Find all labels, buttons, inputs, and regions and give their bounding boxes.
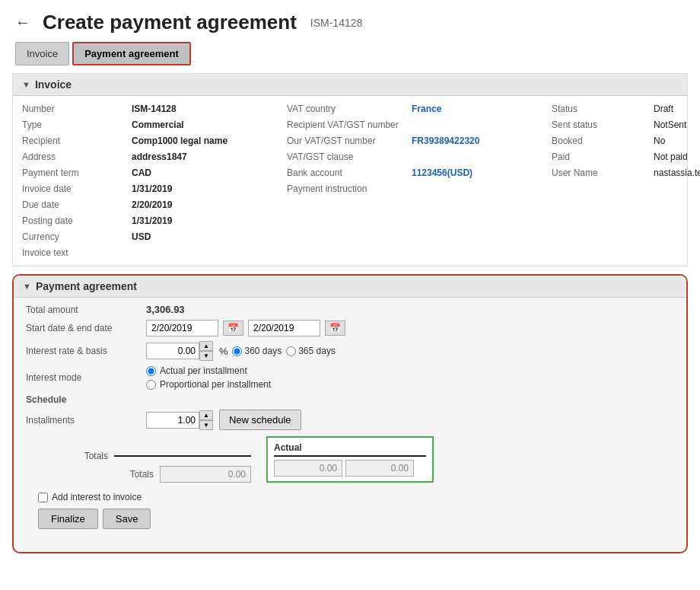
add-interest-label[interactable]: Add interest to invoice xyxy=(38,492,142,502)
interest-rate-input[interactable] xyxy=(146,343,199,359)
bottom-bar: Add interest to invoice xyxy=(26,486,674,509)
actual-box: Actual xyxy=(266,436,434,483)
installments-down[interactable]: ▼ xyxy=(199,420,213,430)
interest-down[interactable]: ▼ xyxy=(199,351,213,361)
totals-label-row: Totals xyxy=(38,451,251,461)
invoice-section-title: Invoice xyxy=(35,78,72,91)
back-button[interactable]: ← xyxy=(12,14,33,31)
collapse-arrow[interactable]: ▼ xyxy=(22,80,30,89)
due-date-value: 2/20/2019 xyxy=(132,198,284,212)
totals-left: Totals Totals xyxy=(38,451,251,483)
radio-365-days[interactable] xyxy=(286,346,296,356)
posting-date-label: Posting date xyxy=(22,214,129,228)
interest-rate-spinner[interactable]: ▲ ▼ xyxy=(199,341,213,361)
booked-label: Booked xyxy=(552,134,651,148)
tab-payment-agreement[interactable]: Payment agreement xyxy=(72,42,191,65)
status-label: Status xyxy=(552,102,651,116)
radio-actual[interactable] xyxy=(146,366,156,376)
installments-up[interactable]: ▲ xyxy=(199,410,213,420)
radio-actual-label: Actual per installment xyxy=(160,365,247,376)
tab-invoice[interactable]: Invoice xyxy=(15,42,69,65)
installments-input[interactable] xyxy=(146,412,199,429)
vat-country-value: France xyxy=(412,102,549,116)
save-button[interactable]: Save xyxy=(103,509,151,529)
totals-input xyxy=(160,466,251,483)
number-label: Number xyxy=(22,102,129,116)
start-date-calendar-button[interactable]: 📅 xyxy=(223,321,243,336)
currency-label: Currency xyxy=(22,230,129,244)
totals-section: Totals Totals Actual xyxy=(26,430,674,486)
type-value: Commercial xyxy=(132,118,284,132)
schedule-label: Schedule xyxy=(26,394,140,405)
due-date-label: Due date xyxy=(22,198,129,212)
tab-bar: Invoice Payment agreement xyxy=(0,42,700,65)
vat-clause-value xyxy=(412,150,549,164)
installments-label: Installments xyxy=(26,415,140,426)
interest-mode-label: Interest mode xyxy=(26,372,140,383)
posting-date-value: 1/31/2019 xyxy=(132,214,284,228)
add-interest-text: Add interest to invoice xyxy=(52,492,142,502)
paid-label: Paid xyxy=(552,150,651,164)
action-buttons-row: Finalize Save xyxy=(26,509,674,537)
type-label: Type xyxy=(22,118,129,132)
actual-input-1 xyxy=(274,460,342,477)
start-date-input[interactable] xyxy=(146,320,218,336)
currency-value: USD xyxy=(132,230,284,244)
address-label: Address xyxy=(22,150,129,164)
percent-symbol: % xyxy=(219,346,228,357)
end-date-calendar-button[interactable]: 📅 xyxy=(325,321,345,336)
interest-rate-group: ▲ ▼ % 360 days 365 days xyxy=(146,341,674,361)
booked-value: No xyxy=(654,134,700,148)
total-amount-label: Total amount xyxy=(26,305,140,315)
bank-account-label: Bank account xyxy=(287,166,409,180)
recipient-label: Recipient xyxy=(22,134,129,148)
radio-proportional-label: Proportional per installment xyxy=(160,379,271,390)
pa-collapse-arrow[interactable]: ▼ xyxy=(23,282,31,291)
invoice-section-body: Number ISM-14128 VAT country France Stat… xyxy=(13,96,687,266)
invoice-text-value xyxy=(132,246,284,260)
installments-spinner[interactable]: ▲ ▼ xyxy=(199,410,213,430)
radio-proportional[interactable] xyxy=(146,380,156,390)
payment-instruction-value xyxy=(412,182,549,196)
invoice-section-header: ▼ Invoice xyxy=(13,74,687,96)
user-name-value: nastassia.test xyxy=(654,166,700,180)
payment-term-label: Payment term xyxy=(22,166,129,180)
recipient-vat-label: Recipient VAT/GST number xyxy=(287,118,409,132)
invoice-section: ▼ Invoice Number ISM-14128 VAT country F… xyxy=(12,73,688,266)
payment-agreement-title: Payment agreement xyxy=(36,280,137,292)
actual-header: Actual xyxy=(274,442,426,457)
vat-clause-label: VAT/GST clause xyxy=(287,150,409,164)
page-header: ← Create payment agreement ISM-14128 xyxy=(0,0,700,42)
payment-agreement-body: Total amount 3,306.93 Start date & end d… xyxy=(14,298,686,543)
finalize-button[interactable]: Finalize xyxy=(38,509,98,529)
interest-rate-label: Interest rate & basis xyxy=(26,346,140,356)
new-schedule-button[interactable]: New schedule xyxy=(219,410,301,430)
days-360-label: 360 days xyxy=(244,346,282,356)
recipient-vat-value xyxy=(412,118,549,132)
radio-360-days[interactable] xyxy=(232,346,242,356)
payment-agreement-header: ▼ Payment agreement xyxy=(14,276,686,298)
vat-country-label: VAT country xyxy=(287,102,409,116)
totals-label2: Totals xyxy=(130,469,154,480)
invoice-text-label: Invoice text xyxy=(22,246,129,260)
status-value: Draft xyxy=(654,102,700,116)
interest-mode-group: Actual per installment Proportional per … xyxy=(146,365,674,390)
end-date-input[interactable] xyxy=(248,320,320,336)
installments-row: ▲ ▼ New schedule xyxy=(146,410,674,430)
invoice-date-value: 1/31/2019 xyxy=(132,182,284,196)
page-id: ISM-14128 xyxy=(310,17,362,29)
add-interest-checkbox[interactable] xyxy=(38,493,48,502)
pa-grid: Total amount 3,306.93 Start date & end d… xyxy=(26,304,674,430)
page-title: Create payment agreement xyxy=(43,11,297,34)
start-end-date-label: Start date & end date xyxy=(26,323,140,333)
user-name-label: User Name xyxy=(552,166,651,180)
interest-up[interactable]: ▲ xyxy=(199,341,213,351)
radio-proportional-row[interactable]: Proportional per installment xyxy=(146,379,674,390)
total-amount-value: 3,306.93 xyxy=(146,304,674,315)
our-vat-label: Our VAT/GST number xyxy=(287,134,409,148)
address-value: address1847 xyxy=(132,150,284,164)
radio-actual-row[interactable]: Actual per installment xyxy=(146,365,674,376)
date-input-group: 📅 📅 xyxy=(146,320,674,336)
actual-input-2 xyxy=(345,460,414,477)
recipient-value: Comp1000 legal name xyxy=(132,134,284,148)
